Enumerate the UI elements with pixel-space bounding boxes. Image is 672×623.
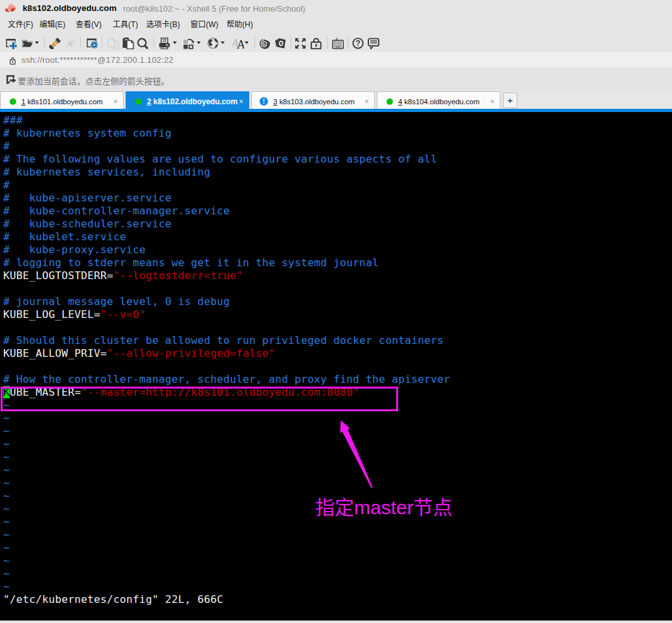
toolbar-separator	[153, 37, 154, 49]
plain-text: "/etc/kubernetes/config" 22L, 666C	[3, 593, 223, 606]
svg-text:?: ?	[355, 39, 360, 48]
notice-text: 要添加当前会话，点击左侧的箭头按钮。	[18, 74, 170, 87]
terminal-row: # journal message level, 0 is debug	[3, 295, 450, 308]
string-text: "--logtostderr=true"	[113, 269, 243, 282]
string-text: "--v=0"	[100, 308, 146, 321]
menu-item-2[interactable]: 查看(V)	[76, 19, 102, 31]
terminal-row: ~	[3, 451, 450, 464]
terminal-row: ~	[3, 541, 450, 554]
comment-text: # Should this cluster be allowed to run …	[3, 334, 443, 346]
address-bar[interactable]: ssh://root:***********@172.200.1.102:22	[0, 52, 672, 67]
terminal-row: # kubelet.service	[3, 231, 450, 244]
tab-close-button[interactable]: ×	[239, 97, 243, 106]
tab-k8s102.oldboyedu.com[interactable]: 2 k8s102.oldboyedu.com×	[126, 91, 249, 109]
terminal-row: ~	[3, 412, 450, 425]
new-session-icon[interactable]	[5, 38, 17, 49]
screen-layout-dropdown-caret[interactable]	[197, 41, 201, 44]
toolbar-separator	[102, 37, 102, 49]
connect-icon[interactable]	[49, 38, 61, 49]
terminal-row: # kube-proxy.service	[3, 244, 450, 256]
comment-text: #	[3, 179, 10, 191]
terminal-row: # kube-scheduler.service	[3, 218, 450, 231]
comment-text: ~	[3, 580, 10, 593]
terminal-row: ~	[3, 464, 450, 477]
menu-item-3[interactable]: 工具(T)	[113, 19, 138, 31]
tab-close-button[interactable]: ×	[113, 97, 118, 106]
comment-text: # kube-apiserver.service	[3, 192, 172, 204]
comment-text: # The following values are used to confi…	[3, 153, 437, 165]
screen-layout-icon[interactable]	[183, 38, 194, 49]
toolbar-separator	[327, 37, 328, 49]
comment-text: ~	[3, 515, 10, 528]
tab-k8s103.oldboyedu.com[interactable]: !3 k8s103.oldboyedu.com×	[251, 91, 375, 109]
terminal-row: # logging to stderr means we get it in t…	[3, 256, 450, 269]
font-dropdown-caret[interactable]	[245, 41, 249, 44]
session-properties-icon[interactable]	[86, 38, 98, 49]
print-icon[interactable]	[159, 38, 170, 49]
comment-text: ~	[3, 451, 10, 463]
window-title: k8s102.oldboyedu.com	[23, 3, 117, 13]
font-icon[interactable]: AA	[232, 38, 244, 49]
encoding-dropdown-caret[interactable]	[221, 41, 225, 44]
tab-close-button[interactable]: ×	[490, 97, 495, 106]
comment-text: # kube-controller-manager.service	[3, 205, 230, 217]
fullscreen-icon[interactable]	[295, 38, 306, 49]
menu-item-0[interactable]: 文件(F)	[8, 19, 33, 31]
paste-icon[interactable]	[122, 38, 134, 49]
open-session-dropdown-caret[interactable]	[35, 41, 39, 44]
new-tab-button[interactable]: +	[503, 93, 517, 108]
find-icon[interactable]	[137, 38, 148, 49]
plain-text: KUBE_LOGTOSTDERR=	[3, 269, 113, 282]
lock-screen-icon[interactable]	[310, 38, 322, 49]
comment-text: ~	[3, 477, 10, 489]
menu-item-6[interactable]: 帮助(H)	[227, 19, 253, 31]
tab-label: 1 k8s101.oldboyedu.com	[21, 98, 103, 106]
tab-k8s104.oldboyedu.com[interactable]: 4 k8s104.oldboyedu.com×	[377, 91, 500, 109]
comment-text: # kubernetes services, including	[3, 166, 210, 178]
comment-text: # kubernetes system config	[3, 127, 172, 139]
svg-text:A: A	[237, 38, 244, 49]
tab-connected-icon	[386, 98, 393, 105]
disconnect-icon[interactable]	[65, 38, 76, 49]
toolbar-separator	[348, 37, 348, 49]
tab-k8s101.oldboyedu.com[interactable]: 1 k8s101.oldboyedu.com×	[0, 91, 124, 109]
terminal-row: KUBE_LOG_LEVEL="--v=0"	[3, 308, 450, 321]
comment-text: # logging to stderr means we get it in t…	[3, 256, 379, 269]
terminal-row: ~	[3, 477, 450, 490]
feedback-icon[interactable]	[368, 38, 379, 49]
menu-item-5[interactable]: 窗口(W)	[190, 19, 218, 31]
xshell-window: k8s102.oldboyedu.com root@k8s102:~ - Xsh…	[0, 0, 672, 623]
virtual-keyboard-icon[interactable]	[332, 38, 344, 49]
comment-text: # kubelet.service	[3, 231, 126, 243]
help-icon[interactable]: ?	[352, 38, 364, 49]
plain-text: KUBE_LOG_LEVEL=	[3, 308, 100, 321]
terminal-row: ~	[3, 567, 450, 580]
terminal-row: # The following values are used to confi…	[3, 153, 450, 166]
xshell-icon[interactable]	[259, 38, 271, 49]
menu-item-4[interactable]: 选项卡(B)	[146, 19, 180, 31]
menu-bar: 文件(F)编辑(E)查看(V)工具(T)选项卡(B)窗口(W)帮助(H)	[0, 17, 672, 32]
comment-text: #	[3, 140, 10, 152]
add-session-icon[interactable]	[6, 74, 17, 85]
comment-text: ~	[3, 412, 10, 424]
window-subtitle: root@k8s102:~ - Xshell 5 (Free for Home/…	[123, 4, 306, 14]
copy-icon[interactable]	[107, 38, 119, 49]
menu-item-1[interactable]: 编辑(E)	[39, 19, 65, 31]
terminal-row: # kube-apiserver.service	[3, 192, 450, 205]
print-dropdown-caret[interactable]	[173, 41, 177, 44]
comment-text: # kube-scheduler.service	[3, 218, 172, 230]
tab-connected-icon	[10, 98, 16, 105]
tab-close-button[interactable]: ×	[364, 97, 369, 106]
open-session-icon[interactable]	[21, 38, 33, 49]
toolbar-separator	[291, 37, 291, 49]
xftp-icon[interactable]	[274, 38, 286, 49]
session-url: ssh://root:***********@172.200.1.102:22	[21, 55, 174, 65]
terminal-row: KUBE_ALLOW_PRIV="--allow-privileged=fals…	[3, 347, 450, 360]
comment-text: ~	[3, 425, 10, 437]
comment-text: # kube-proxy.service	[3, 244, 146, 256]
encoding-icon[interactable]	[207, 38, 219, 49]
terminal-row: "/etc/kubernetes/config" 22L, 666C	[3, 593, 450, 606]
comment-text: ###	[3, 114, 23, 126]
terminal-screen[interactable]: #### kubernetes system config## The foll…	[0, 112, 672, 620]
tab-connected-icon	[135, 98, 142, 105]
